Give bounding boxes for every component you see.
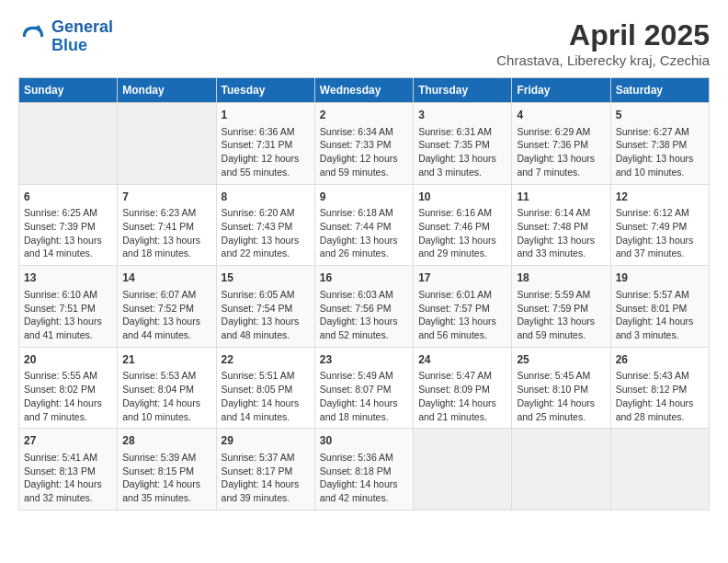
day-info: Sunrise: 5:37 AM (222, 451, 310, 465)
day-info: Daylight: 13 hours (517, 315, 605, 328)
calendar-cell (610, 429, 709, 511)
day-info: Sunrise: 6:31 AM (418, 125, 506, 139)
day-info: and 14 minutes. (222, 410, 310, 424)
logo-icon (18, 22, 48, 52)
day-info: Sunset: 7:52 PM (122, 302, 210, 316)
day-number: 21 (122, 352, 210, 368)
day-info: Sunrise: 6:20 AM (222, 206, 310, 220)
day-info: and 35 minutes. (122, 491, 210, 505)
day-number: 1 (222, 108, 310, 123)
calendar-cell: 10Sunrise: 6:16 AMSunset: 7:46 PMDayligh… (414, 184, 512, 266)
day-info: and 41 minutes. (24, 328, 112, 342)
day-number: 3 (418, 108, 506, 123)
day-info: Daylight: 14 hours (122, 396, 210, 410)
day-number: 5 (616, 108, 704, 123)
calendar-cell: 11Sunrise: 6:14 AMSunset: 7:48 PMDayligh… (512, 184, 610, 266)
calendar-cell: 24Sunrise: 5:47 AMSunset: 8:09 PMDayligh… (414, 347, 512, 429)
day-number: 24 (418, 352, 506, 368)
day-info: Daylight: 14 hours (616, 315, 704, 328)
calendar-cell: 8Sunrise: 6:20 AMSunset: 7:43 PMDaylight… (216, 184, 314, 266)
day-info: Sunset: 8:12 PM (616, 383, 704, 396)
day-info: Sunrise: 5:36 AM (320, 451, 408, 465)
day-info: Sunrise: 5:47 AM (418, 369, 506, 383)
calendar-body: 1Sunrise: 6:36 AMSunset: 7:31 PMDaylight… (19, 103, 710, 511)
day-info: Sunset: 7:44 PM (320, 220, 408, 234)
day-info: Sunrise: 5:41 AM (24, 451, 112, 465)
day-info: Sunrise: 6:25 AM (24, 206, 112, 220)
day-info: Daylight: 14 hours (24, 477, 112, 491)
calendar-table: SundayMondayTuesdayWednesdayThursdayFrid… (18, 77, 710, 511)
page-header: General Blue April 2025 Chrastava, Liber… (18, 18, 710, 68)
weekday-header: Tuesday (216, 78, 314, 103)
day-info: Daylight: 13 hours (517, 152, 605, 166)
day-info: Sunrise: 6:18 AM (320, 206, 408, 220)
day-info: Daylight: 14 hours (616, 396, 704, 410)
day-info: Sunset: 8:10 PM (517, 383, 605, 396)
day-info: Sunrise: 6:12 AM (616, 206, 704, 220)
day-info: Sunrise: 5:59 AM (517, 288, 605, 302)
logo-line1: General (51, 17, 113, 36)
day-number: 30 (320, 433, 408, 449)
day-info: Sunrise: 6:29 AM (517, 125, 605, 139)
calendar-cell: 20Sunrise: 5:55 AMSunset: 8:02 PMDayligh… (19, 347, 118, 429)
logo-text: General Blue (51, 18, 113, 55)
weekday-row: SundayMondayTuesdayWednesdayThursdayFrid… (19, 78, 710, 103)
day-info: Sunrise: 6:01 AM (418, 288, 506, 302)
day-info: Daylight: 13 hours (222, 234, 310, 247)
calendar-cell: 2Sunrise: 6:34 AMSunset: 7:33 PMDaylight… (314, 103, 413, 185)
day-info: Daylight: 13 hours (418, 152, 506, 166)
day-info: Sunset: 7:56 PM (320, 302, 408, 316)
day-number: 28 (122, 433, 210, 449)
day-info: Daylight: 14 hours (122, 477, 210, 491)
day-info: and 7 minutes. (24, 410, 112, 424)
logo-line2: Blue (51, 36, 87, 54)
calendar-cell: 3Sunrise: 6:31 AMSunset: 7:35 PMDaylight… (414, 103, 512, 185)
day-info: Daylight: 13 hours (222, 315, 310, 328)
day-info: and 29 minutes. (418, 247, 506, 260)
day-info: Daylight: 13 hours (418, 315, 506, 328)
day-info: Sunset: 8:18 PM (320, 465, 408, 478)
day-info: Sunset: 8:09 PM (418, 383, 506, 396)
day-info: Sunrise: 6:27 AM (616, 125, 704, 139)
calendar-week-row: 13Sunrise: 6:10 AMSunset: 7:51 PMDayligh… (19, 266, 710, 348)
day-info: Sunrise: 6:36 AM (222, 125, 310, 139)
day-number: 19 (616, 270, 704, 286)
day-info: Daylight: 13 hours (616, 234, 704, 247)
day-info: Daylight: 13 hours (418, 234, 506, 247)
day-info: Sunset: 8:13 PM (24, 465, 112, 478)
day-info: Sunrise: 5:55 AM (24, 369, 112, 383)
day-info: Sunset: 7:41 PM (122, 220, 210, 234)
calendar-cell: 1Sunrise: 6:36 AMSunset: 7:31 PMDaylight… (216, 103, 314, 185)
calendar-cell: 4Sunrise: 6:29 AMSunset: 7:36 PMDaylight… (512, 103, 610, 185)
day-number: 6 (24, 190, 112, 205)
day-info: Daylight: 13 hours (320, 315, 408, 328)
day-info: Sunset: 8:01 PM (616, 302, 704, 316)
day-info: and 18 minutes. (320, 410, 408, 424)
day-info: Sunset: 8:02 PM (24, 383, 112, 396)
day-info: and 10 minutes. (616, 166, 704, 179)
calendar-cell: 18Sunrise: 5:59 AMSunset: 7:59 PMDayligh… (512, 266, 610, 348)
calendar-cell: 29Sunrise: 5:37 AMSunset: 8:17 PMDayligh… (216, 429, 314, 511)
day-info: Daylight: 13 hours (122, 234, 210, 247)
day-info: and 55 minutes. (222, 166, 310, 179)
day-info: and 28 minutes. (616, 410, 704, 424)
day-number: 23 (320, 352, 408, 368)
day-info: Daylight: 13 hours (320, 234, 408, 247)
day-info: Daylight: 13 hours (24, 234, 112, 247)
calendar-cell: 25Sunrise: 5:45 AMSunset: 8:10 PMDayligh… (512, 347, 610, 429)
day-info: Daylight: 13 hours (122, 315, 210, 328)
day-info: and 22 minutes. (222, 247, 310, 260)
calendar-week-row: 27Sunrise: 5:41 AMSunset: 8:13 PMDayligh… (19, 429, 710, 511)
day-info: Daylight: 14 hours (517, 396, 605, 410)
day-number: 14 (122, 270, 210, 286)
day-info: Daylight: 12 hours (222, 152, 310, 166)
day-info: Daylight: 14 hours (24, 396, 112, 410)
day-number: 27 (24, 433, 112, 449)
day-info: Sunset: 7:36 PM (517, 138, 605, 152)
day-info: Sunset: 7:39 PM (24, 220, 112, 234)
day-info: and 25 minutes. (517, 410, 605, 424)
weekday-header: Wednesday (314, 78, 413, 103)
day-info: and 10 minutes. (122, 410, 210, 424)
day-info: and 39 minutes. (222, 491, 310, 505)
weekday-header: Saturday (610, 78, 709, 103)
